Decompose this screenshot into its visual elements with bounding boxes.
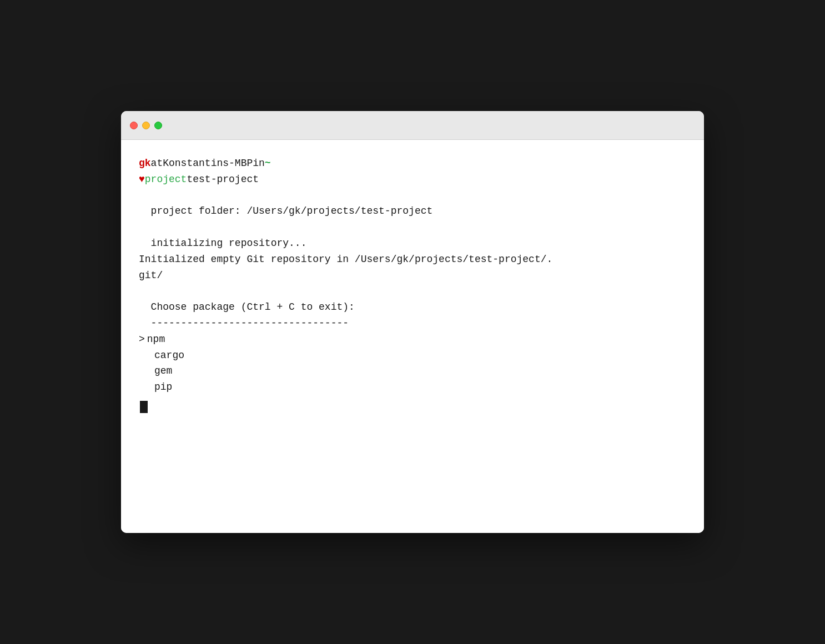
- username: gk: [139, 155, 151, 172]
- terminal-cursor: [140, 401, 148, 413]
- hostname: Konstantins-MBP: [163, 155, 253, 172]
- gem-label: gem: [154, 365, 172, 376]
- tilde: ~: [265, 155, 271, 172]
- initialized-line-1: Initialized empty Git repository in /Use…: [139, 251, 686, 268]
- empty-line-1: [139, 188, 686, 204]
- project-name: test-project: [187, 172, 259, 188]
- terminal-window: gk at Konstantins-MBP in ~ ♥ project tes…: [121, 111, 704, 533]
- empty-line-3: [139, 283, 686, 299]
- prompt-line-1: gk at Konstantins-MBP in ~: [139, 155, 686, 172]
- project-label: project: [145, 172, 187, 188]
- cargo-item[interactable]: cargo: [139, 348, 686, 364]
- cargo-label: cargo: [154, 350, 184, 361]
- npm-item[interactable]: > npm: [139, 331, 686, 348]
- prompt-line-2: ♥ project test-project: [139, 172, 686, 188]
- cursor-line: [139, 399, 686, 416]
- prompt-at: at: [151, 155, 163, 172]
- npm-label: npm: [147, 331, 165, 348]
- choose-package-line: Choose package (Ctrl + C to exit):: [139, 299, 686, 315]
- prompt-in: in: [253, 155, 265, 172]
- close-button[interactable]: [130, 122, 138, 129]
- initializing-line: initializing repository...: [139, 235, 686, 251]
- heart-icon: ♥: [139, 172, 145, 188]
- project-folder-line: project folder: /Users/gk/projects/test-…: [139, 203, 686, 219]
- divider-line: ---------------------------------: [139, 315, 686, 331]
- empty-line-2: [139, 219, 686, 235]
- arrow-icon: >: [139, 331, 145, 348]
- titlebar: [121, 111, 704, 140]
- minimize-button[interactable]: [142, 122, 150, 129]
- traffic-lights: [130, 122, 162, 129]
- pip-label: pip: [154, 381, 172, 393]
- pip-item[interactable]: pip: [139, 379, 686, 395]
- initialized-line-2: git/: [139, 268, 686, 284]
- terminal-body: gk at Konstantins-MBP in ~ ♥ project tes…: [121, 140, 704, 533]
- gem-item[interactable]: gem: [139, 363, 686, 379]
- maximize-button[interactable]: [154, 122, 162, 129]
